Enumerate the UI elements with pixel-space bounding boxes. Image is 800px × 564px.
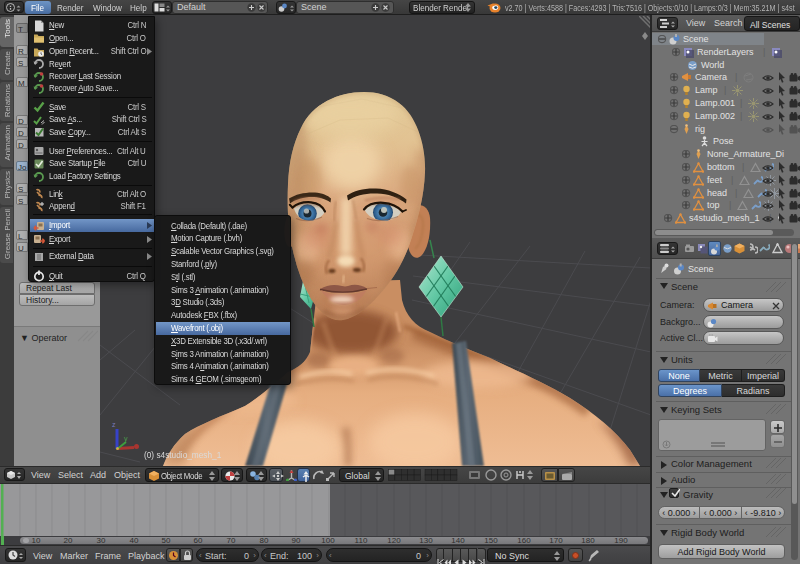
svg-text:z: z — [112, 421, 116, 428]
svg-text:y: y — [124, 435, 128, 443]
